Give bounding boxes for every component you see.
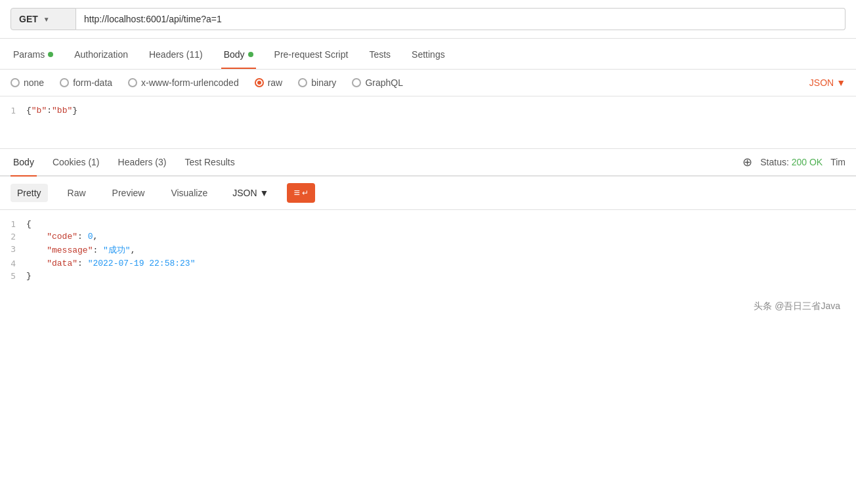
format-preview-label: Preview xyxy=(112,188,145,198)
params-dot xyxy=(48,52,53,57)
tab-body-label: Body xyxy=(224,49,245,60)
radio-binary-label: binary xyxy=(311,77,336,88)
status-label: Status: 200 OK xyxy=(760,157,823,167)
wrap-arrow: ↵ xyxy=(302,188,309,198)
radio-formdata-label: form-data xyxy=(73,77,112,88)
format-chevron: ▼ xyxy=(260,188,269,198)
resp-line-content-5: } xyxy=(26,271,32,281)
tab-tests-label: Tests xyxy=(369,49,391,60)
radio-graphql[interactable]: GraphQL xyxy=(352,77,403,88)
radio-none-circle xyxy=(11,78,20,87)
radio-raw-circle xyxy=(255,78,264,87)
wrap-button[interactable]: ≡ ↵ xyxy=(287,183,314,203)
status-ok: 200 OK xyxy=(792,157,823,167)
json-dropdown[interactable]: JSON ▼ xyxy=(809,77,845,88)
url-input[interactable] xyxy=(76,8,845,30)
tab-body[interactable]: Body xyxy=(221,41,256,69)
tab-headers[interactable]: Headers (11) xyxy=(146,41,205,69)
url-bar: GET ▼ xyxy=(0,0,856,39)
format-tab-preview[interactable]: Preview xyxy=(106,184,152,202)
watermark-text: 头条 @吾日三省Java xyxy=(754,301,840,311)
tab-authorization-label: Authorization xyxy=(74,49,128,60)
line-content-1: {"b":"bb"} xyxy=(26,106,77,116)
resp-line-num-4: 4 xyxy=(0,259,26,268)
resp-line-content-4: "data": "2022-07-19 22:58:23" xyxy=(26,259,195,268)
radio-graphql-circle xyxy=(352,78,361,87)
format-dropdown[interactable]: JSON ▼ xyxy=(232,188,268,198)
globe-icon: ⊕ xyxy=(742,155,752,169)
response-tab-body[interactable]: Body xyxy=(11,149,37,177)
tab-settings-label: Settings xyxy=(412,49,445,60)
request-body-editor[interactable]: 1 {"b":"bb"} xyxy=(0,96,856,149)
response-code: 1 { 2 "code": 0, 3 "message": "成功", 4 "d… xyxy=(0,210,856,290)
format-tab-raw[interactable]: Raw xyxy=(61,184,93,202)
resp-line-num-2: 2 xyxy=(0,232,26,242)
format-dropdown-label: JSON xyxy=(232,188,257,198)
tab-settings[interactable]: Settings xyxy=(409,41,448,69)
response-format-row: Pretty Raw Preview Visualize JSON ▼ ≡ ↵ xyxy=(0,177,856,210)
response-line-1: 1 { xyxy=(0,218,856,230)
response-tab-headers-label: Headers (3) xyxy=(118,157,167,167)
watermark: 头条 @吾日三省Java xyxy=(0,290,856,323)
tab-params[interactable]: Params xyxy=(11,41,56,69)
method-select[interactable]: GET ▼ xyxy=(11,8,76,30)
radio-none[interactable]: none xyxy=(11,77,44,88)
response-tab-cookies[interactable]: Cookies (1) xyxy=(50,149,102,177)
response-line-3: 3 "message": "成功", xyxy=(0,243,856,257)
status-area: ⊕ Status: 200 OK Tim xyxy=(742,155,845,169)
json-chevron: ▼ xyxy=(836,77,845,88)
request-tabs: Params Authorization Headers (11) Body P… xyxy=(0,41,856,70)
resp-line-num-1: 1 xyxy=(0,219,26,229)
radio-urlencoded-circle xyxy=(128,78,137,87)
response-line-5: 5 } xyxy=(0,270,856,282)
format-tab-pretty[interactable]: Pretty xyxy=(11,184,48,202)
format-tab-visualize[interactable]: Visualize xyxy=(164,184,214,202)
radio-graphql-label: GraphQL xyxy=(365,77,403,88)
tab-headers-label: Headers (11) xyxy=(149,49,203,60)
response-tab-testresults-label: Test Results xyxy=(184,157,234,167)
format-visualize-label: Visualize xyxy=(171,188,207,198)
radio-raw[interactable]: raw xyxy=(255,77,283,88)
response-line-2: 2 "code": 0, xyxy=(0,230,856,243)
radio-binary[interactable]: binary xyxy=(298,77,336,88)
resp-line-content-3: "message": "成功", xyxy=(26,244,135,256)
radio-formdata-circle xyxy=(60,78,69,87)
method-chevron: ▼ xyxy=(43,16,50,23)
format-pretty-label: Pretty xyxy=(17,188,41,198)
response-tab-cookies-label: Cookies (1) xyxy=(53,157,100,167)
radio-urlencoded-label: x-www-form-urlencoded xyxy=(141,77,239,88)
response-tab-headers[interactable]: Headers (3) xyxy=(116,149,169,177)
code-line-1: 1 {"b":"bb"} xyxy=(0,104,856,117)
tab-prerequest-label: Pre-request Script xyxy=(274,49,349,60)
radio-binary-circle xyxy=(298,78,307,87)
tab-params-label: Params xyxy=(13,49,45,60)
radio-formdata[interactable]: form-data xyxy=(60,77,112,88)
tab-tests[interactable]: Tests xyxy=(366,41,393,69)
resp-line-content-1: { xyxy=(26,219,32,229)
format-raw-label: Raw xyxy=(68,188,86,198)
radio-raw-label: raw xyxy=(268,77,283,88)
status-time: Tim xyxy=(830,157,845,167)
response-tabs: Body Cookies (1) Headers (3) Test Result… xyxy=(0,149,856,177)
response-line-4: 4 "data": "2022-07-19 22:58:23" xyxy=(0,257,856,270)
resp-line-num-5: 5 xyxy=(0,271,26,281)
body-type-row: none form-data x-www-form-urlencoded raw… xyxy=(0,70,856,96)
radio-none-label: none xyxy=(24,77,44,88)
body-dot xyxy=(248,52,253,57)
response-tab-testresults[interactable]: Test Results xyxy=(182,149,237,177)
response-tab-body-label: Body xyxy=(13,157,34,167)
method-label: GET xyxy=(19,14,38,24)
resp-line-content-2: "code": 0, xyxy=(26,232,98,242)
wrap-icon: ≡ xyxy=(293,187,299,199)
json-dropdown-label: JSON xyxy=(809,77,834,88)
resp-line-num-3: 3 xyxy=(0,244,26,254)
tab-prerequest[interactable]: Pre-request Script xyxy=(272,41,351,69)
tab-authorization[interactable]: Authorization xyxy=(72,41,131,69)
line-num-1: 1 xyxy=(0,106,26,116)
radio-urlencoded[interactable]: x-www-form-urlencoded xyxy=(128,77,239,88)
